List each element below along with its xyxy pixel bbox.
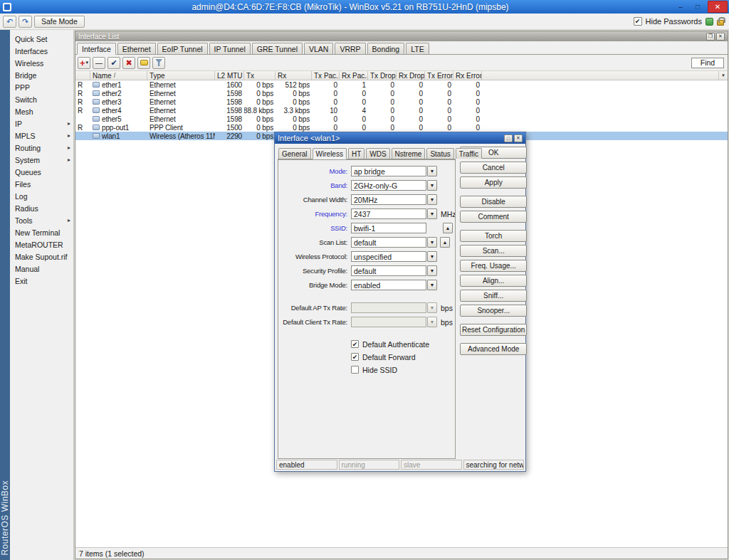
dialog-tab-general[interactable]: General: [278, 148, 311, 159]
bridge-mode-input[interactable]: enabled: [351, 280, 426, 290]
interface-list-titlebar[interactable]: Interface List ❐ ✕: [75, 31, 728, 41]
comment-button[interactable]: Comment: [460, 211, 527, 223]
dialog-tab-wds[interactable]: WDS: [366, 148, 389, 159]
sidebar-item-log[interactable]: Log: [10, 190, 73, 202]
dropdown-icon[interactable]: ▼: [427, 237, 437, 248]
dialog-titlebar[interactable]: Interface <wlan1> □ ✕: [275, 132, 525, 144]
dialog-tab-traffic[interactable]: Traffic: [456, 148, 482, 159]
table-row-ether5[interactable]: ether5Ethernet15980 bps0 bps000000: [75, 115, 728, 123]
torch-button[interactable]: Torch: [460, 230, 527, 242]
scan-button[interactable]: Scan...: [460, 245, 527, 257]
dropdown-icon[interactable]: ▼: [427, 180, 437, 191]
table-row-ether2[interactable]: Rether2Ethernet15980 bps0 bps000000: [75, 89, 728, 97]
column-header-tx-errors[interactable]: Tx Errors: [425, 71, 453, 80]
mode-input[interactable]: ap bridge: [351, 166, 426, 176]
find-button[interactable]: Find: [691, 58, 724, 68]
sidebar-item-wireless[interactable]: Wireless: [10, 57, 73, 69]
ssid-input[interactable]: bwifi-1: [351, 223, 426, 233]
dropdown-icon[interactable]: ▼: [427, 208, 437, 219]
sidebar-item-exit[interactable]: Exit: [10, 275, 73, 287]
sidebar-item-system[interactable]: System▸: [10, 154, 73, 166]
tab-bonding[interactable]: Bonding: [367, 43, 405, 54]
tab-vlan[interactable]: VLAN: [304, 43, 333, 54]
enable-button[interactable]: ✔: [107, 57, 120, 69]
filter-button[interactable]: [152, 57, 165, 69]
default-authenticate-checkbox[interactable]: ✔: [351, 340, 359, 348]
minimize-button[interactable]: –: [672, 1, 689, 13]
comment-button[interactable]: [137, 57, 150, 69]
close-button[interactable]: ✕: [708, 1, 728, 13]
column-header-tx-drops[interactable]: Tx Drops: [368, 71, 397, 80]
remove-button[interactable]: —: [93, 57, 105, 69]
dropdown-icon[interactable]: ▼: [427, 280, 437, 290]
sidebar-item-files[interactable]: Files: [10, 178, 73, 190]
restore-icon[interactable]: ❐: [706, 33, 715, 41]
sidebar-item-switch[interactable]: Switch: [10, 93, 73, 105]
dropdown-icon[interactable]: ▼: [427, 251, 437, 262]
column-menu-button[interactable]: ▼: [718, 71, 728, 80]
sniff-button[interactable]: Sniff...: [460, 290, 527, 302]
collapse-up-icon[interactable]: ▲: [440, 237, 450, 248]
sidebar-item-mpls[interactable]: MPLS▸: [10, 130, 73, 142]
add-button[interactable]: + ▾: [78, 57, 90, 69]
cancel-button[interactable]: Cancel: [460, 162, 527, 174]
table-row-ether4[interactable]: Rether4Ethernet159888.8 kbps3.3 kbps1040…: [75, 106, 728, 115]
maximize-button[interactable]: □: [689, 1, 706, 13]
dropdown-icon[interactable]: ▼: [427, 302, 437, 313]
sidebar-item-manual[interactable]: Manual: [10, 263, 73, 275]
tab-lte[interactable]: LTE: [406, 43, 429, 54]
table-row-ppp-out1[interactable]: Rppp-out1PPP Client15000 bps0 bps000000: [75, 123, 728, 132]
sidebar-item-bridge[interactable]: Bridge: [10, 69, 73, 81]
collapse-up-icon[interactable]: ▲: [443, 223, 453, 233]
dropdown-icon[interactable]: ▼: [427, 265, 437, 276]
channel-width-input[interactable]: 20MHz: [351, 194, 426, 205]
frequency-input[interactable]: 2437: [351, 208, 426, 219]
advanced-mode-button[interactable]: Advanced Mode: [460, 343, 527, 355]
column-header-flag[interactable]: [75, 71, 90, 80]
freq-usage-button[interactable]: Freq. Usage...: [460, 260, 527, 272]
apply-button[interactable]: Apply: [460, 176, 527, 189]
disable-button[interactable]: ✖: [122, 57, 135, 69]
sidebar-item-tools[interactable]: Tools▸: [10, 214, 73, 226]
default-forward-checkbox[interactable]: ✔: [351, 353, 359, 361]
column-header-l2-mtu[interactable]: L2 MTU: [215, 71, 244, 80]
table-row-ether3[interactable]: Rether3Ethernet15980 bps0 bps000000: [75, 97, 728, 106]
snooper-button[interactable]: Snooper...: [460, 305, 527, 317]
column-header-rx[interactable]: Rx: [276, 71, 312, 80]
sidebar-item-make-supout-rif[interactable]: Make Supout.rif: [10, 250, 73, 263]
sidebar-item-mesh[interactable]: Mesh: [10, 105, 73, 117]
table-row-ether1[interactable]: Rether1Ethernet16000 bps512 bps010000: [75, 80, 728, 89]
back-button[interactable]: ↶: [3, 16, 16, 28]
sidebar-item-quick-set[interactable]: Quick Set: [10, 33, 73, 45]
band-input[interactable]: 2GHz-only-G: [351, 180, 426, 191]
dialog-close-icon[interactable]: ✕: [514, 134, 523, 142]
dropdown-icon[interactable]: ▼: [427, 317, 437, 327]
column-header-tx-pac[interactable]: Tx Pac...: [312, 71, 340, 80]
align-button[interactable]: Align...: [460, 275, 527, 287]
dialog-tab-status[interactable]: Status: [426, 148, 453, 159]
disable-button[interactable]: Disable: [460, 196, 527, 208]
hide-passwords-checkbox[interactable]: ✔: [634, 17, 642, 26]
sidebar-item-metarouter[interactable]: MetaROUTER: [10, 238, 73, 250]
dropdown-icon[interactable]: ▼: [427, 166, 437, 176]
sidebar-item-queues[interactable]: Queues: [10, 166, 73, 178]
dialog-tab-wireless[interactable]: Wireless: [313, 148, 347, 159]
column-header-name[interactable]: Name/: [90, 71, 147, 80]
column-header-rx-pac[interactable]: Rx Pac...: [340, 71, 368, 80]
sidebar-item-interfaces[interactable]: Interfaces: [10, 45, 73, 57]
security-profile-input[interactable]: default: [351, 265, 426, 276]
tab-vrrp[interactable]: VRRP: [335, 43, 365, 54]
sidebar-item-ppp[interactable]: PPP: [10, 81, 73, 93]
scan-list-input[interactable]: default: [351, 237, 426, 248]
sidebar-item-ip[interactable]: IP▸: [10, 117, 73, 130]
dialog-tab-ht[interactable]: HT: [348, 148, 364, 159]
tab-ip-tunnel[interactable]: IP Tunnel: [209, 43, 251, 54]
tab-gre-tunnel[interactable]: GRE Tunnel: [252, 43, 303, 54]
sidebar-item-radius[interactable]: Radius: [10, 202, 73, 214]
hide-ssid-checkbox[interactable]: [351, 366, 359, 374]
column-header-type[interactable]: Type: [147, 71, 215, 80]
dialog-maximize-icon[interactable]: □: [504, 134, 513, 142]
tab-ethernet[interactable]: Ethernet: [117, 43, 156, 54]
dialog-tab-nstreme[interactable]: Nstreme: [392, 148, 426, 159]
column-header-rx-errors[interactable]: Rx Errors: [453, 71, 482, 80]
